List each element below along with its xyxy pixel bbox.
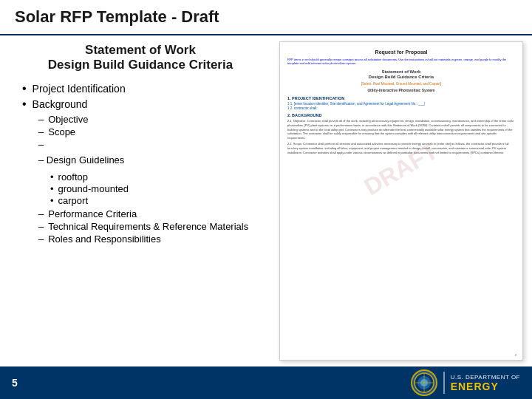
sub-list-background: Objective Scope – Design Guidelines [38,114,259,245]
subtitle-block: Statement of Work Design Build Guidance … [22,43,259,72]
doc-section-title: Statement of Work [287,69,515,74]
bullet-main-background: • Background [22,98,259,111]
sub-sub-item-carport: carport [50,195,129,206]
main-content: Statement of Work Design Build Guidance … [0,35,532,366]
bullet-text-background: Background [33,98,88,110]
sub-list-item-roles: Roles and Responsibilities [38,233,259,245]
sub-item-text-objective: Objective [48,114,88,125]
sub-list-item-scope: Scope [38,126,259,137]
right-panel: Request for Proposal RFP items in red sh… [273,35,532,366]
slide-number: 5 [12,377,18,389]
sub-item-text-performance: Performance Criteria [48,208,137,219]
bottom-bar: 5 U.S. DEPARTMENT OF ENERGY [0,366,532,399]
sub-list-item-objective: Objective [38,114,259,125]
rooftop-text: rooftop [58,171,88,183]
doc-section-sub: Design Build Guidance Criteria [287,75,515,79]
sub-list-item-performance: Performance Criteria [38,208,259,219]
ground-mounted-text: ground-mounted [58,183,129,194]
bullet-dot-icon-2: • [22,98,27,111]
bullet-dot-icon: • [22,82,27,95]
doc-project-id-sub2: 1.2. contractor shall: [287,106,515,110]
carport-text: carport [58,195,88,206]
doc-scope-text: 2.2. Scope. Contractor shall perform all… [287,142,515,154]
doc-background-text: 2.1. Objective. Contractor shall provide… [287,119,515,140]
doe-emblem-icon [411,369,437,396]
doe-text-top: U.S. DEPARTMENT OF [451,374,520,381]
doc-background-heading: 2. BACKGROUND [287,113,515,117]
doc-preview: Request for Proposal RFP items in red sh… [279,41,523,361]
sub-item-text-design: – Design Guidelines [38,154,124,166]
sub-item-text-scope: Scope [48,126,75,137]
top-bar: Solar RFP Template - Draft [0,0,532,35]
slide-container: Solar RFP Template - Draft Statement of … [0,0,532,399]
bullet-text-project-id: Project Identification [33,83,126,95]
sub-item-text-technical: Technical Requirements & Reference Mater… [48,221,248,232]
sub-sub-item-ground: ground-mounted [50,183,129,194]
rfp-note-text: RFP items in red should generally remain… [287,58,506,65]
doc-project-id-sub: 1.1. [enter location identifier, Site id… [287,102,515,106]
doc-select-note: [Select: Roof Mounted, Ground Mounted, a… [287,82,515,86]
doe-text-block: U.S. DEPARTMENT OF ENERGY [451,374,520,392]
doc-utility-title: Utility-Interactive Photovoltaic System [287,88,515,92]
sub-sub-list-design: rooftop ground-mounted carport [50,171,129,207]
doc-page-number: 2 [515,353,516,357]
sub-list-item-technical: Technical Requirements & Reference Mater… [38,221,259,232]
doc-header: Request for Proposal [287,50,515,55]
bullet-list: • Project Identification • Background Ob… [22,83,259,248]
doe-logo-area: U.S. DEPARTMENT OF ENERGY [411,369,520,396]
doe-text-bottom: ENERGY [451,381,520,392]
doe-logo-svg [414,372,434,393]
subtitle-line1: Statement of Work [22,43,259,58]
slide-title: Solar RFP Template - Draft [15,7,517,27]
list-item: • Project Identification [22,83,259,95]
separator-line [443,372,445,394]
subtitle-line2: Design Build Guidance Criteria [22,58,259,72]
left-panel: Statement of Work Design Build Guidance … [0,35,273,366]
doc-project-id-heading: 1. PROJECT IDENTIFICATION [287,96,515,100]
sub-item-text-roles: Roles and Responsibilities [48,233,160,245]
list-item-background: • Background Objective Scope [22,98,259,245]
doc-rfp-note: RFP items in red should generally remain… [287,58,515,65]
sub-list-item-design: – Design Guidelines rooftop ground-mount… [38,139,259,207]
bullet-main-project-id: • Project Identification [22,83,259,95]
sub-sub-item-rooftop: rooftop [50,171,129,183]
